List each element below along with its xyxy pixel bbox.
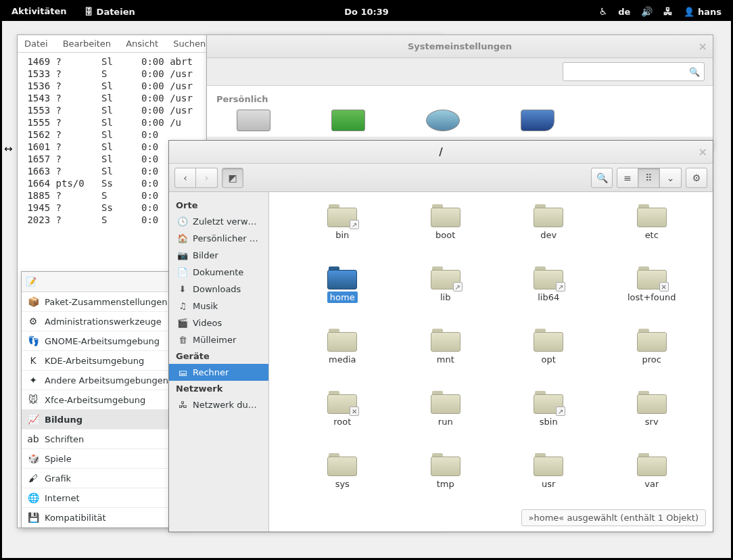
sidebar-item-icon: 📷 <box>177 250 188 260</box>
category-label: Internet <box>45 493 80 503</box>
folder-label: lib64 <box>535 291 562 303</box>
sidebar-item[interactable]: ⬇Downloads <box>169 281 268 298</box>
sidebar-item-icon: 🏠 <box>177 233 188 243</box>
category-icon: 💾 <box>27 511 39 523</box>
search-button[interactable]: 🔍 <box>591 168 613 188</box>
resize-arrow-icon: ↔ <box>4 143 13 155</box>
edit-icon[interactable]: 📝 <box>26 277 37 287</box>
sidebar-item-label: Downloads <box>193 284 241 294</box>
folder-item[interactable]: dev <box>501 204 596 264</box>
folder-item[interactable]: sys <box>295 453 390 513</box>
folder-item[interactable]: run <box>398 391 494 450</box>
folder-item[interactable]: boot <box>398 204 494 264</box>
folder-label: lost+found <box>625 291 679 303</box>
view-grid-button[interactable]: ⠿ <box>638 168 660 188</box>
folder-item[interactable]: ✕root <box>295 391 390 450</box>
settings-item-background[interactable] <box>331 110 365 131</box>
folder-label: sbin <box>537 416 561 427</box>
sidebar-item-icon: 🕓 <box>177 216 188 227</box>
close-icon[interactable]: × <box>699 145 707 158</box>
sidebar-item[interactable]: 🖧Netzwerk du… <box>169 396 268 413</box>
folder-label: sys <box>333 478 352 490</box>
folder-icon <box>327 453 357 476</box>
volume-icon[interactable]: 🔊 <box>641 6 653 17</box>
folder-item[interactable]: tmp <box>398 453 494 513</box>
sidebar-item-icon: 🎬 <box>177 318 188 328</box>
folder-badge-icon: ↗ <box>453 282 463 291</box>
folder-icon <box>534 204 563 227</box>
folder-icon <box>637 329 667 352</box>
sidebar-item-label: Netzwerk du… <box>193 400 257 410</box>
folder-item[interactable]: usr <box>501 453 596 513</box>
category-label: GNOME-Arbeitsumgebung <box>45 336 160 346</box>
app-menu[interactable]: 🗄 Dateien <box>76 7 143 17</box>
menu-edit[interactable]: Bearbeiten <box>63 39 111 49</box>
sidebar-item[interactable]: 🏠Persönlicher … <box>169 230 268 247</box>
folder-item[interactable]: ✕lost+found <box>605 266 700 326</box>
menu-search[interactable]: Suchen <box>173 39 206 49</box>
folder-icon: ↗ <box>327 204 357 227</box>
folder-item[interactable]: opt <box>501 329 596 388</box>
folder-label: run <box>435 416 456 427</box>
keyboard-layout[interactable]: de <box>618 7 630 17</box>
fm-file-area[interactable]: ↗binbootdevetchome↗lib↗lib64✕lost+foundm… <box>269 192 713 532</box>
settings-item-network[interactable] <box>426 110 460 131</box>
sidebar-item-label: Videos <box>193 318 222 328</box>
sidebar-item[interactable]: ♫Musik <box>169 298 268 314</box>
sidebar-item-label: Rechner <box>193 367 229 377</box>
sidebar-item[interactable]: 🕓Zuletzt verw… <box>169 213 268 230</box>
sidebar-item[interactable]: 🗑Mülleimer <box>169 331 268 348</box>
settings-window: Systemeinstellungen × 🔍 Persönlich <box>206 34 713 149</box>
folder-badge-icon: ↗ <box>556 282 565 291</box>
activities-button[interactable]: Aktivitäten <box>2 2 76 21</box>
close-icon[interactable]: × <box>699 40 707 53</box>
sidebar-item-label: Musik <box>193 301 218 311</box>
folder-item[interactable]: mnt <box>398 329 494 388</box>
view-options-button[interactable]: ⌄ <box>660 168 682 188</box>
sidebar-item[interactable]: 🖴Rechner <box>169 364 268 381</box>
category-icon: 📦 <box>27 296 39 308</box>
sidebar-item[interactable]: 🎬Videos <box>169 314 268 331</box>
folder-label: boot <box>433 229 458 241</box>
view-list-button[interactable]: ≡ <box>617 168 638 188</box>
clock[interactable]: Do 10:39 <box>344 7 389 17</box>
folder-item[interactable]: ↗lib64 <box>501 266 596 326</box>
menu-view[interactable]: Ansicht <box>126 39 158 49</box>
user-menu[interactable]: 👤 hans <box>684 7 722 17</box>
settings-item-region[interactable] <box>521 110 554 131</box>
folder-label: opt <box>539 354 559 365</box>
folder-item[interactable]: etc <box>605 204 700 264</box>
back-button[interactable]: ‹ <box>174 168 196 188</box>
sidebar-item[interactable]: 📄Dokumente <box>169 264 268 281</box>
category-icon: ⚙ <box>27 315 39 327</box>
folder-item[interactable]: ↗lib <box>398 266 494 326</box>
folder-item[interactable]: proc <box>605 329 700 388</box>
fm-titlebar[interactable]: / × <box>169 141 713 164</box>
file-manager-window: / × ‹ › ◩ 🔍 ≡ ⠿ ⌄ ⚙ Orte🕓Zuletzt verw…🏠P… <box>168 140 713 532</box>
folder-item[interactable]: srv <box>605 391 700 450</box>
category-icon: ab <box>27 433 39 445</box>
accessibility-icon[interactable]: ♿ <box>599 6 608 17</box>
folder-item[interactable]: ↗sbin <box>501 391 596 450</box>
network-icon[interactable]: 🖧 <box>663 6 673 17</box>
folder-icon: ↗ <box>431 266 460 289</box>
folder-item[interactable]: var <box>605 453 700 513</box>
gear-button[interactable]: ⚙ <box>686 168 707 188</box>
folder-label: usr <box>539 478 558 490</box>
folder-item[interactable]: media <box>295 329 390 388</box>
sidebar-item-icon: 📄 <box>177 267 188 277</box>
forward-button[interactable]: › <box>196 168 218 188</box>
pathbar-root-button[interactable]: ◩ <box>222 168 243 188</box>
folder-item[interactable]: home <box>295 266 390 326</box>
sidebar-item-label: Zuletzt verw… <box>193 216 257 227</box>
category-label: Schriften <box>45 434 84 444</box>
folder-label: etc <box>642 229 661 241</box>
folder-item[interactable]: ↗bin <box>295 204 390 264</box>
settings-item-desktop[interactable] <box>237 110 270 131</box>
settings-search[interactable]: 🔍 <box>563 62 705 81</box>
settings-title: Systemeinstellungen <box>408 41 512 51</box>
menu-file[interactable]: Datei <box>24 39 48 49</box>
sidebar-item[interactable]: 📷Bilder <box>169 247 268 264</box>
sidebar-item-icon: ♫ <box>177 301 188 311</box>
folder-label: home <box>327 291 358 303</box>
